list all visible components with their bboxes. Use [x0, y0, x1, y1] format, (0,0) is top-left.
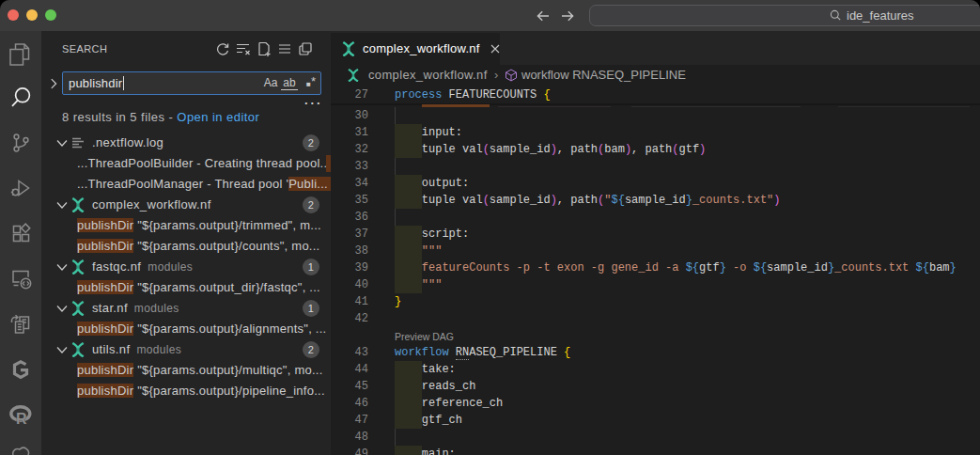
svg-text:R: R [16, 411, 27, 427]
